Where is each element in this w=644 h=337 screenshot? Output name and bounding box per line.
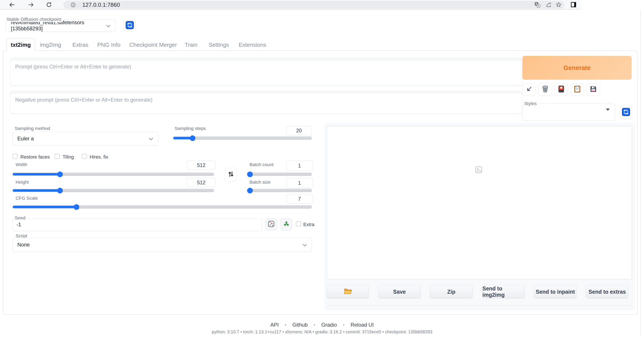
save-button[interactable]: Save [378, 285, 421, 298]
checkpoint-label: Stable Diffusion checkpoint [6, 17, 63, 22]
batch-count-slider[interactable] [247, 172, 312, 176]
slider-knob[interactable] [247, 188, 253, 194]
tab-png-info[interactable]: PNG Info [97, 42, 120, 48]
height-input[interactable] [187, 178, 216, 187]
url-text[interactable]: 127.0.0.1:7860 [82, 2, 120, 8]
slider-fill [13, 173, 60, 176]
page-scrollbar[interactable] [640, 10, 641, 337]
batch-size-slider[interactable] [247, 189, 312, 192]
prompt-input[interactable] [10, 60, 522, 86]
slider-knob[interactable] [57, 188, 63, 194]
sampling-steps-input[interactable] [286, 126, 312, 135]
restore-faces-label: Restore faces [20, 154, 50, 160]
styles-dropdown[interactable] [522, 104, 615, 121]
browser-toolbar: 127.0.0.1:7860 [0, 0, 580, 10]
back-icon[interactable] [9, 2, 15, 9]
zip-button[interactable]: Zip [430, 285, 473, 298]
app-root: 127.0.0.1:7860 Stable Diffusion checkpoi… [0, 0, 644, 337]
tab-checkpoint-merger[interactable]: Checkpoint Merger [129, 42, 177, 48]
sampling-method-label: Sampling method [15, 126, 50, 131]
footer-link-github[interactable]: Github [292, 322, 308, 328]
seed-label: Seed [15, 215, 27, 220]
forward-icon[interactable] [28, 2, 34, 9]
result-gallery [327, 126, 632, 280]
styles-refresh-button[interactable] [620, 106, 632, 119]
slider-knob[interactable] [247, 172, 253, 177]
random-seed-button[interactable] [265, 218, 277, 230]
address-bar[interactable]: 127.0.0.1:7860 [63, 1, 564, 9]
paste-params-button[interactable] [522, 83, 536, 96]
folder-icon [344, 288, 352, 296]
extra-seed-checkbox[interactable] [296, 221, 301, 226]
batch-count-input[interactable] [286, 161, 313, 171]
sampling-method-dropdown[interactable]: Euler a [12, 132, 158, 146]
image-placeholder-icon [475, 166, 482, 174]
extra-seed-label: Extra [303, 222, 314, 228]
slider-fill [13, 206, 77, 208]
height-slider[interactable] [12, 189, 214, 192]
tab-settings[interactable]: Settings [208, 42, 229, 48]
swap-arrows-icon [228, 171, 234, 178]
swap-dimensions-button[interactable] [225, 168, 237, 181]
chevron-down-icon [106, 22, 110, 28]
site-info-icon[interactable] [70, 2, 76, 8]
footer-link-gradio[interactable]: Gradio [321, 322, 337, 328]
cfg-scale-input[interactable] [286, 194, 313, 204]
chevron-down-icon [302, 242, 307, 248]
open-folder-button[interactable] [327, 285, 369, 298]
width-slider[interactable] [12, 172, 214, 176]
hires-fix-checkbox[interactable] [82, 154, 87, 159]
sampling-steps-slider[interactable] [173, 136, 312, 140]
script-value: None [17, 242, 30, 248]
clear-prompt-button[interactable] [538, 83, 552, 96]
share-icon[interactable] [546, 2, 552, 8]
batch-size-input[interactable] [286, 178, 313, 188]
generate-button[interactable]: Generate [522, 56, 632, 80]
tab-img2img[interactable]: img2img [40, 42, 61, 48]
footer-link-api[interactable]: API [270, 322, 279, 328]
save-style-button[interactable] [586, 83, 600, 96]
batch-count-label: Batch count [250, 162, 274, 167]
footer-link-reload-ui[interactable]: Reload UI [350, 322, 374, 328]
chevron-down-icon [149, 136, 153, 142]
output-divider [327, 306, 632, 306]
checkpoint-refresh-button[interactable] [124, 20, 136, 31]
bullet-separator: • [343, 322, 344, 328]
height-label: Height [16, 180, 29, 185]
dropdown-triangle-icon [606, 108, 610, 111]
cfg-scale-label: CFG Scale [16, 196, 38, 201]
side-panel-icon[interactable] [570, 2, 576, 8]
bookmark-star-icon[interactable] [556, 2, 562, 8]
tab-train[interactable]: Train [185, 42, 197, 48]
seed-input[interactable] [12, 218, 262, 231]
restore-faces-checkbox[interactable] [12, 154, 18, 159]
send-to-inpaint-button[interactable]: Send to inpaint [534, 285, 577, 298]
dice-icon [268, 221, 274, 228]
send-to-img2img-button[interactable]: Send to img2img [482, 285, 525, 298]
slider-knob[interactable] [190, 135, 196, 141]
translate-icon[interactable] [534, 2, 540, 8]
extra-networks-button[interactable] [554, 83, 568, 96]
tab-txt2img[interactable]: txt2img [6, 38, 35, 51]
arrow-down-left-icon [526, 86, 532, 93]
slider-knob[interactable] [57, 172, 63, 177]
sampling-method-value: Euler a [17, 136, 34, 142]
reuse-seed-button[interactable] [280, 218, 292, 230]
send-to-extras-button[interactable]: Send to extras [586, 285, 628, 298]
refresh-icon [126, 21, 134, 30]
footer: API • Github • Gradio • Reload UI [0, 322, 644, 328]
slider-knob[interactable] [74, 204, 79, 210]
tab-extensions[interactable]: Extensions [239, 42, 266, 48]
styles-label: Styles [524, 101, 538, 106]
tiling-checkbox[interactable] [54, 154, 60, 159]
negative-prompt-input[interactable] [10, 93, 522, 114]
script-dropdown[interactable]: None [12, 238, 312, 252]
tiling-label: Tiling [62, 154, 74, 160]
slider-fill [13, 189, 60, 192]
tab-extras[interactable]: Extras [72, 42, 88, 48]
bullet-separator: • [314, 322, 315, 328]
cfg-scale-slider[interactable] [12, 205, 312, 208]
apply-styles-button[interactable] [570, 83, 584, 96]
reload-icon[interactable] [46, 2, 52, 9]
width-input[interactable] [187, 161, 216, 170]
